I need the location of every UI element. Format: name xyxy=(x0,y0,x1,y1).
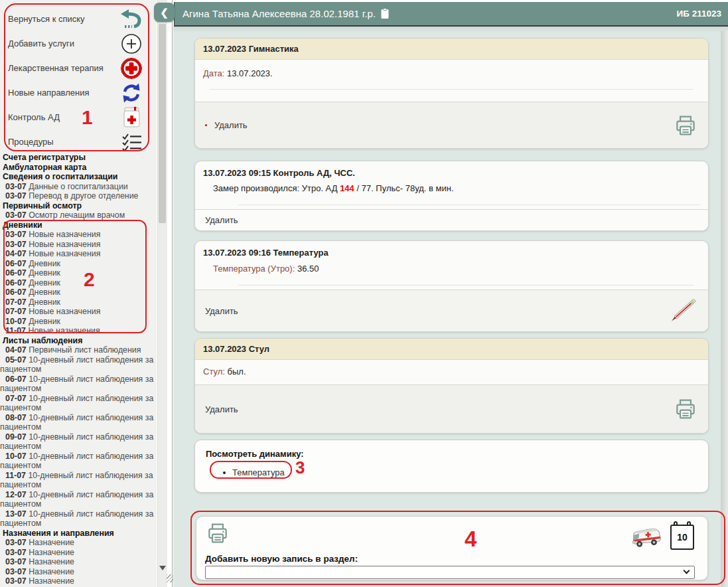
nav-item[interactable]: 03-07 Данные о госпитализации xyxy=(0,182,159,192)
nav-item[interactable]: 03-07 Новые назначения xyxy=(0,240,159,250)
nav-item[interactable]: 04-07 Первичный лист наблюдения xyxy=(0,345,159,355)
collapse-sidebar-button[interactable]: ❮ xyxy=(154,3,175,22)
nav-item[interactable]: 03-07 Назначение xyxy=(0,557,159,567)
nav-item-label: Назначение xyxy=(27,567,74,576)
nav-item-date: 04-07 xyxy=(5,345,27,355)
nav-item[interactable]: 03-07 Новые назначения xyxy=(0,230,159,240)
nav-item[interactable]: 06-07 10-дневный лист наблюдения за паци… xyxy=(0,375,159,394)
menu-item-refresh[interactable]: Новые направления xyxy=(0,80,157,105)
nav-item-date: 11-07 xyxy=(5,471,26,480)
nav-item[interactable]: 06-07 Дневник xyxy=(0,259,159,269)
nav-item[interactable]: 09-07 10-дневный лист наблюдения за паци… xyxy=(0,432,159,452)
card-body: Дата: 13.07.2023. xyxy=(195,60,708,102)
delete-button-label: Удалить xyxy=(205,306,238,316)
nav-item-label: Перевод в другое отделение xyxy=(27,191,139,201)
ambulance-icon-button[interactable] xyxy=(629,525,664,553)
nav-item[interactable]: 03-07 Назначение xyxy=(0,548,159,558)
card-title: 13.07.2023 Гимнастика xyxy=(195,39,708,60)
card-field-text: Замер производился: Утро. АД xyxy=(213,183,340,193)
add-circle-icon xyxy=(121,33,142,54)
card-field-text: Температура (Утро): xyxy=(213,264,295,274)
nav-item-date: 07-07 xyxy=(5,297,27,307)
menu-item-red-cross-circle[interactable]: Лекарственная терапия xyxy=(0,56,157,80)
nav-item-date: 03-07 xyxy=(5,240,27,249)
nav-section-header: Амбулаторная карта xyxy=(0,163,159,173)
delete-button[interactable]: Удалить xyxy=(205,306,238,316)
nav-item-label: Дневник xyxy=(27,297,60,307)
delete-button-label: Удалить xyxy=(205,215,238,225)
nav-item-label: Новые назначения xyxy=(27,240,101,249)
printer-icon xyxy=(673,113,698,138)
nav-item[interactable]: 03-07 Назначение xyxy=(0,576,159,586)
nav-item-label: Назначение xyxy=(27,538,74,547)
printer-icon xyxy=(673,396,698,422)
nav-item[interactable]: 06-07 Дневник xyxy=(0,288,159,297)
print-button[interactable] xyxy=(673,113,698,138)
delete-button[interactable]: Удалить xyxy=(205,215,238,225)
nav-item[interactable]: 03-07 Назначение xyxy=(0,538,159,548)
menu-item-label: Вернуться к списку xyxy=(8,14,119,24)
nav-item-date: 06-07 xyxy=(5,268,27,278)
add-record-select[interactable] xyxy=(205,566,695,579)
nav-item[interactable]: 10-07 Дневник xyxy=(0,317,159,327)
dynamics-link-temperature[interactable]: Температура xyxy=(223,467,697,477)
nav-item[interactable]: 08-07 10-дневный лист наблюдения за паци… xyxy=(0,413,159,432)
nav-item[interactable]: 06-07 Дневник xyxy=(0,278,159,288)
nav-item-date: 03-07 xyxy=(5,567,27,576)
card-footer: Удалить xyxy=(195,209,708,230)
nav-item-label: Назначение xyxy=(27,548,74,557)
nav-item[interactable]: 03-07 Назначение xyxy=(0,567,159,577)
pane-divider xyxy=(172,0,173,587)
nav-item-date: 03-07 xyxy=(5,576,27,586)
card-title: 13.07.2023 09:15 Контроль АД, ЧСС. xyxy=(195,161,708,178)
delete-button[interactable]: Удалить xyxy=(205,404,238,414)
bullet-icon xyxy=(223,471,226,474)
nav-section-header: Листы наблюдения xyxy=(0,336,159,346)
scroll-down-arrow-icon[interactable] xyxy=(159,566,166,570)
sidebar-scrollbar-thumb[interactable] xyxy=(159,24,166,223)
nav-item-label: Данные о госпитализации xyxy=(27,182,128,191)
nav-item-label: Назначение xyxy=(27,576,74,586)
nav-item[interactable]: 11-07 10-дневный лист наблюдения за паци… xyxy=(0,471,159,490)
red-cross-circle-icon xyxy=(120,57,143,80)
menu-item-return-arrow[interactable]: Вернуться к списку xyxy=(0,7,157,31)
nav-item-date: 03-07 xyxy=(5,538,27,547)
nav-item[interactable]: 03-07 Перевод в другое отделение xyxy=(0,191,159,201)
delete-button[interactable]: Удалить xyxy=(205,120,248,130)
print-button[interactable] xyxy=(673,396,698,422)
nav-item[interactable]: 13-07 10-дневный лист наблюдения за паци… xyxy=(0,509,159,529)
card-field-text: Дата: xyxy=(203,68,224,78)
calendar-icon-button[interactable]: 10 xyxy=(670,521,694,550)
nav-item[interactable]: 07-07 Новые назначения xyxy=(0,307,159,317)
nav-section-header: Первичный осмотр xyxy=(0,201,159,211)
checklist-icon xyxy=(121,133,142,151)
nav-item[interactable]: 05-07 10-дневный лист наблюдения за паци… xyxy=(0,355,159,375)
menu-icon-slot xyxy=(119,9,143,29)
nav-item[interactable]: 07-07 Дневник xyxy=(0,297,159,307)
menu-item-add-circle[interactable]: Добавить услуги xyxy=(0,31,157,56)
menu-item-checklist[interactable]: Процедуры xyxy=(0,129,157,154)
record-card-gym: 13.07.2023 ГимнастикаДата: 13.07.2023.Уд… xyxy=(194,38,709,149)
thermometer-indicator xyxy=(668,294,698,328)
main-scrollbar[interactable] xyxy=(721,31,728,587)
card-field-text: 13.07.2023. xyxy=(224,68,272,78)
nav-item[interactable]: 12-07 10-дневный лист наблюдения за паци… xyxy=(0,490,159,509)
nav-item[interactable]: 07-07 10-дневный лист наблюдения за паци… xyxy=(0,394,159,413)
nav-item[interactable]: 06-07 Дневник xyxy=(0,268,159,278)
print-button[interactable] xyxy=(205,521,230,548)
nav-item[interactable]: 11-07 Новые назначения xyxy=(0,326,159,336)
card-field-text: 36.50 xyxy=(295,264,319,274)
nav-item[interactable]: 04-07 Новые назначения xyxy=(0,249,159,259)
card-divider xyxy=(238,205,700,205)
document-icon-slot[interactable] xyxy=(380,8,390,19)
nav-item[interactable]: 10-07 10-дневный лист наблюдения за паци… xyxy=(0,452,159,471)
card-field-text: Стул: xyxy=(203,367,225,377)
nav-item[interactable]: 03-07 Осмотр лечащим врачом xyxy=(0,210,159,220)
nav-item-label: Новые назначения xyxy=(27,230,101,239)
nav-item-date: 13-07 xyxy=(5,509,27,519)
menu-item-first-aid-kit[interactable]: Контроль АД xyxy=(0,105,157,129)
menu-item-label: Добавить услуги xyxy=(8,39,119,48)
add-record-label: Добавить новую запись в раздел: xyxy=(205,554,358,564)
nav-item-label: Первичный лист наблюдения xyxy=(27,345,141,355)
ambulance-icon xyxy=(629,525,664,550)
